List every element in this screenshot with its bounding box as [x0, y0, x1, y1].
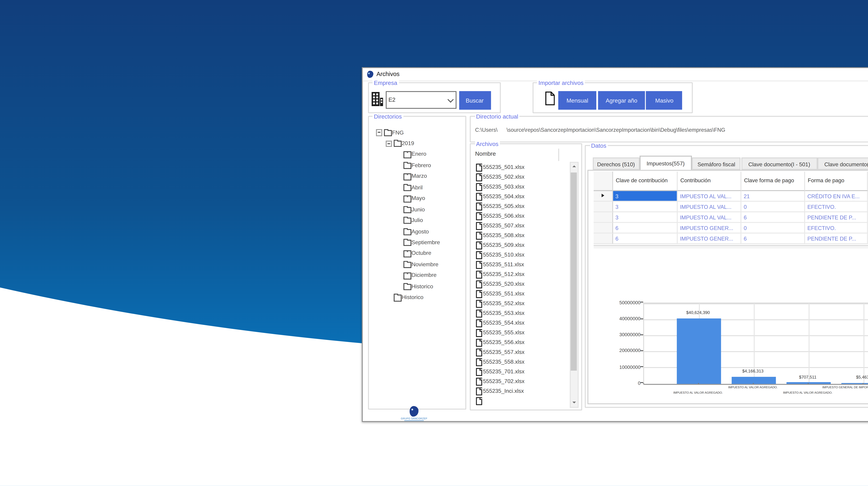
tree-item-febrero[interactable]: Febrero [369, 160, 464, 170]
column-header-3[interactable]: Clave forma de pago [741, 171, 805, 191]
list-item[interactable]: 555235_504.xlsx [471, 191, 571, 201]
folder-icon [393, 140, 402, 147]
scroll-up-button[interactable] [570, 162, 578, 170]
tree-item-septiembre[interactable]: Septiembre [369, 236, 464, 248]
collapse-box-icon[interactable] [375, 129, 382, 136]
table-row[interactable]: 6IMPUESTO GENER...0EFECTIVO.16$5,463.00 [594, 223, 868, 234]
tree-item-diciembre[interactable]: Diciembre [369, 269, 464, 281]
row-selector-cell[interactable] [594, 191, 613, 201]
tree-item-2019[interactable]: 2019 [369, 137, 464, 149]
agregar-ano-button[interactable]: Agregar año [598, 91, 645, 109]
tree-item-mayo[interactable]: Mayo [369, 193, 464, 203]
table-cell[interactable]: 0 [741, 223, 805, 234]
empresa-combobox[interactable]: E2 [385, 91, 456, 109]
tree-item-octubre[interactable]: Octubre [369, 248, 464, 258]
list-item[interactable]: 555235_555.xlsx [471, 328, 571, 337]
column-header-4[interactable]: Forma de pago [805, 171, 868, 191]
column-header-1[interactable]: Clave de contribución [613, 171, 678, 191]
list-item[interactable]: 555235_502.xlsx [471, 172, 571, 182]
list-item[interactable]: 555235_510.xlsx [471, 250, 571, 260]
collapse-box-icon[interactable] [385, 140, 392, 147]
tab-sem-foro-fiscal[interactable]: Semáforo fiscal [692, 158, 741, 170]
files-column-header[interactable]: Nombre [475, 150, 496, 156]
list-item-partial [471, 396, 571, 406]
tree-item-enero[interactable]: Enero [369, 149, 464, 160]
list-item[interactable]: 555235_552.xlsx [471, 298, 571, 308]
scrollbar-thumb[interactable] [571, 172, 577, 371]
row-selector-cell[interactable] [594, 212, 613, 223]
list-item[interactable]: 555235_553.xlsx [471, 308, 571, 318]
tree-item-fng[interactable]: FNG [369, 127, 464, 137]
table-cell[interactable]: CRÉDITO EN IVA E... [805, 191, 868, 201]
tab-clave-documento-e-501-[interactable]: Clave documento(E - 501) [818, 158, 868, 170]
list-item[interactable]: 555235_507.xlsx [471, 221, 571, 230]
list-item[interactable]: 555235_509.xlsx [471, 240, 571, 250]
column-header-2[interactable]: Contribución [678, 171, 741, 191]
list-item[interactable]: 555235_702.xlsx [471, 376, 571, 386]
tree-item-abril[interactable]: Abril [369, 182, 464, 193]
table-cell[interactable]: 6 [741, 234, 805, 245]
table-cell[interactable]: IMPUESTO AL VAL... [678, 201, 741, 212]
table-cell[interactable]: 21 [741, 191, 805, 201]
table-cell[interactable]: PENDIENTE DE P... [805, 212, 868, 223]
table-cell[interactable]: EFECTIVO. [805, 201, 868, 212]
table-cell[interactable]: IMPUESTO GENER... [678, 223, 741, 234]
list-item[interactable]: 555235_503.xlsx [471, 182, 571, 191]
table-cell[interactable]: 6 [613, 223, 678, 234]
file-name: 555235_509.xlsx [483, 241, 524, 248]
tree-item-julio[interactable]: Julio [369, 215, 464, 225]
tab-clave-documento-i-501-[interactable]: Clave documento(I - 501) [741, 158, 817, 170]
buscar-button[interactable]: Buscar [459, 91, 490, 109]
column-header-label: Contribución [680, 177, 711, 184]
list-item[interactable]: 555235_506.xlsx [471, 211, 571, 221]
row-selector-cell[interactable] [594, 234, 613, 245]
list-item[interactable]: 555235_551.xlsx [471, 289, 571, 298]
tree-item-historico[interactable]: Historico [369, 292, 464, 302]
table-cell[interactable]: IMPUESTO AL VAL... [678, 191, 741, 201]
table-cell[interactable]: 3 [613, 212, 678, 223]
table-cell[interactable]: 3 [613, 191, 678, 201]
table-cell[interactable]: IMPUESTO GENER... [678, 234, 741, 245]
list-item[interactable]: 555235_554.xlsx [471, 318, 571, 328]
list-item[interactable]: 555235_520.xlsx [471, 279, 571, 289]
files-scrollbar[interactable] [570, 161, 578, 408]
mensual-button[interactable]: Mensual [558, 91, 597, 109]
table-row[interactable]: 3IMPUESTO AL VAL...6PENDIENTE DE P...5$7… [594, 212, 868, 223]
table-cell[interactable]: EFECTIVO. [805, 223, 868, 234]
tree-item-historico[interactable]: Historico [369, 281, 464, 291]
tree-item-agosto[interactable]: Agosto [369, 225, 464, 236]
list-item[interactable]: 555235_505.xlsx [471, 201, 571, 211]
file-name: 555235_554.xlsx [483, 319, 524, 325]
list-item[interactable]: 555235_508.xlsx [471, 230, 571, 240]
table-row[interactable]: 6IMPUESTO GENER...6PENDIENTE DE P...5$1,… [594, 234, 868, 245]
list-item[interactable]: 555235_512.xlsx [471, 269, 571, 279]
masivo-button[interactable]: Masivo [646, 91, 682, 109]
tab-derechos-510-[interactable]: Derechos (510) [593, 158, 639, 170]
table-cell[interactable]: PENDIENTE DE P... [805, 234, 868, 245]
table-cell[interactable]: 6 [613, 234, 678, 245]
list-item[interactable]: 555235_556.xlsx [471, 337, 571, 347]
table-cell[interactable]: 6 [741, 212, 805, 223]
list-item[interactable]: 555235_558.xlsx [471, 357, 571, 366]
tree-item-junio[interactable]: Junio [369, 203, 464, 214]
table-row[interactable]: 3IMPUESTO AL VAL...0EFECTIVO.206$4,166,3… [594, 201, 868, 212]
list-item[interactable]: 555235_701.xlsx [471, 366, 571, 376]
table-cell[interactable]: 0 [741, 201, 805, 212]
table-cell[interactable]: IMPUESTO AL VAL... [678, 212, 741, 223]
list-item[interactable]: 555235_511.xlsx [471, 260, 571, 269]
row-selector-cell[interactable] [594, 201, 613, 212]
file-icon [476, 213, 483, 221]
tab-impuestos-557-[interactable]: Impuestos(557) [640, 155, 691, 170]
row-selector-cell[interactable] [594, 223, 613, 234]
title-bar[interactable]: Archivos [362, 68, 868, 82]
tree-item-noviembre[interactable]: Noviembre [369, 258, 464, 269]
tree-item-marzo[interactable]: Marzo [369, 170, 464, 182]
list-item[interactable]: 555235_Inci.xlsx [471, 386, 571, 396]
tree-item-label: FNG [392, 129, 404, 135]
list-item[interactable]: 555235_501.xlsx [471, 162, 571, 172]
table-row[interactable]: 3IMPUESTO AL VAL...21CRÉDITO EN IVA E...… [594, 191, 868, 201]
tree-item-label: Agosto [411, 228, 429, 234]
list-item[interactable]: 555235_557.xlsx [471, 347, 571, 357]
table-cell[interactable]: 3 [613, 201, 678, 212]
scroll-down-button[interactable] [570, 398, 578, 407]
